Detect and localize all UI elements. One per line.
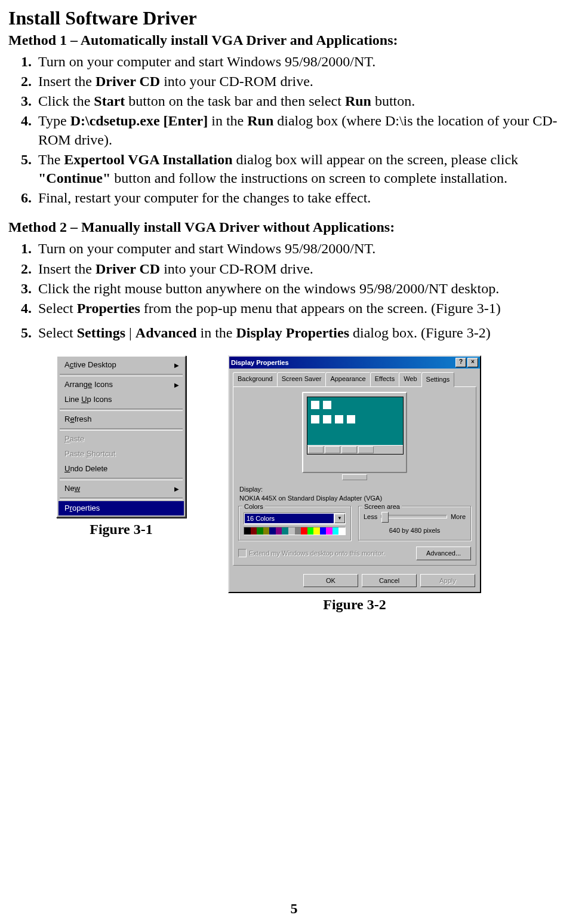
m1-step-2: Insert the Driver CD into your CD-ROM dr…: [35, 72, 580, 91]
cancel-button[interactable]: Cancel: [362, 574, 417, 587]
text: P: [64, 504, 70, 512]
text: Turn on your computer and start Windows …: [38, 54, 375, 69]
text: Type: [38, 113, 70, 128]
menu-item-paste: Paste: [59, 432, 184, 447]
extend-checkbox: [238, 549, 247, 557]
text: Driver CD: [96, 261, 160, 277]
menu-item-new[interactable]: New ▶: [59, 481, 184, 496]
desktop-icon: [335, 415, 343, 423]
desktop-icon: [311, 401, 319, 409]
text: operties: [72, 504, 100, 512]
method2-steps: Turn on your computer and start Windows …: [8, 240, 580, 342]
text: Driver CD: [96, 73, 160, 89]
text: Insert the: [38, 261, 96, 277]
menu-item-active-desktop[interactable]: Active Desktop ▶: [59, 358, 184, 373]
slider-row: Less More: [364, 512, 466, 521]
submenu-arrow-icon: ▶: [174, 381, 179, 389]
text: Run: [247, 113, 273, 128]
help-button[interactable]: ?: [455, 358, 466, 367]
tab-screensaver[interactable]: Screen Saver: [277, 372, 327, 386]
text: w: [75, 484, 80, 493]
extend-row: Extend my Windows desktop onto this moni…: [238, 547, 471, 560]
figure-1: Active Desktop ▶ Arrange Icons ▶ Line Up…: [56, 355, 186, 539]
figure-1-caption: Figure 3-1: [90, 520, 153, 539]
dropdown-arrow-icon[interactable]: ▼: [334, 514, 345, 523]
menu-item-properties[interactable]: Properties: [59, 501, 184, 516]
menu-item-arrange-icons[interactable]: Arrange Icons ▶: [59, 377, 184, 392]
tab-row: Background Screen Saver Appearance Effec…: [229, 369, 480, 386]
text: e: [70, 415, 74, 423]
figure-2-caption: Figure 3-2: [323, 595, 386, 614]
text: S: [87, 449, 92, 458]
method1-steps: Turn on your computer and start Windows …: [8, 53, 580, 208]
tab-settings[interactable]: Settings: [421, 372, 455, 386]
text: Select: [38, 300, 77, 316]
text: dialog box. (Figure 3-2): [349, 325, 491, 340]
text: A: [64, 360, 70, 369]
text: Display Properties: [236, 325, 349, 340]
text: button on the task bar and then select: [125, 93, 345, 109]
figure-2: Display Properties ? × Background Screen…: [228, 355, 481, 614]
text: Advanced: [136, 325, 197, 340]
text: in the: [196, 325, 236, 340]
tab-appearance[interactable]: Appearance: [325, 372, 370, 386]
text: Click the right mouse button anywhere on…: [38, 281, 499, 296]
display-value: NOKIA 445X on Standard Display Adapter (…: [239, 494, 471, 502]
text: Start: [94, 93, 125, 109]
taskbar-preview: [307, 445, 403, 454]
monitor-icon: [302, 392, 407, 473]
text: P: [64, 434, 70, 443]
menu-item-refresh[interactable]: Refresh: [59, 412, 184, 427]
advanced-button[interactable]: Advanced...: [416, 547, 471, 560]
dialog-title: Display Properties: [231, 358, 289, 367]
menu-item-line-up-icons[interactable]: Line Up Icons: [59, 392, 184, 407]
text: Ne: [64, 484, 75, 493]
menu-separator: [60, 498, 183, 500]
text: hortcut: [92, 449, 116, 458]
screen-area-title: Screen area: [362, 502, 402, 511]
screen-preview: [307, 397, 404, 455]
colors-dropdown[interactable]: 16 Colors ▼: [244, 512, 346, 524]
text: into your CD-ROM drive.: [160, 261, 313, 277]
m1-step-3: Click the Start button on the task bar a…: [35, 92, 580, 110]
screen-area-slider[interactable]: [381, 515, 447, 518]
context-menu: Active Desktop ▶ Arrange Icons ▶ Line Up…: [56, 355, 186, 518]
text: into your CD-ROM drive.: [160, 73, 313, 89]
text: Paste: [64, 449, 87, 458]
tab-web[interactable]: Web: [399, 372, 421, 386]
color-bar: [244, 527, 346, 535]
m1-step-5: The Expertool VGA Installation dialog bo…: [35, 151, 580, 188]
menu-separator: [60, 374, 183, 376]
method1-heading: Method 1 – Automatically install VGA Dri…: [8, 31, 580, 50]
text: tive Desktop: [73, 360, 116, 369]
dialog-titlebar[interactable]: Display Properties ? ×: [229, 357, 480, 369]
text: dialog box will appear on the screen, pl…: [233, 152, 519, 167]
dialog-buttons: OK Cancel Apply: [229, 569, 480, 592]
close-button[interactable]: ×: [467, 358, 478, 367]
desktop-icon: [311, 415, 319, 423]
text: |: [125, 325, 136, 340]
ok-button[interactable]: OK: [303, 574, 358, 587]
menu-item-undo-delete[interactable]: Undo Delete: [59, 462, 184, 477]
tab-background[interactable]: Background: [233, 372, 278, 386]
tab-effects[interactable]: Effects: [370, 372, 399, 386]
text: aste: [70, 434, 85, 443]
m2-step-5: Select Settings | Advanced in the Displa…: [35, 324, 580, 342]
m2-step-1: Turn on your computer and start Windows …: [35, 240, 580, 258]
extend-label: Extend my Windows desktop onto this moni…: [249, 549, 385, 557]
desktop-icon: [323, 401, 331, 409]
taskbar-button: [308, 446, 324, 453]
menu-separator: [60, 478, 183, 480]
menu-separator: [60, 409, 183, 411]
slider-thumb[interactable]: [381, 512, 389, 523]
text: "Continue": [38, 170, 110, 186]
monitor-preview: [238, 392, 471, 480]
colors-title: Colors: [242, 502, 265, 511]
desktop-icon: [323, 415, 331, 423]
page-title: Install Software Driver: [8, 6, 580, 31]
display-label: Display:: [239, 485, 471, 493]
text: p Icons: [87, 395, 112, 404]
monitor-stand: [342, 474, 367, 480]
options-row: Colors 16 Colors ▼ Screen: [238, 506, 471, 541]
menu-item-paste-shortcut: Paste Shortcut: [59, 447, 184, 462]
